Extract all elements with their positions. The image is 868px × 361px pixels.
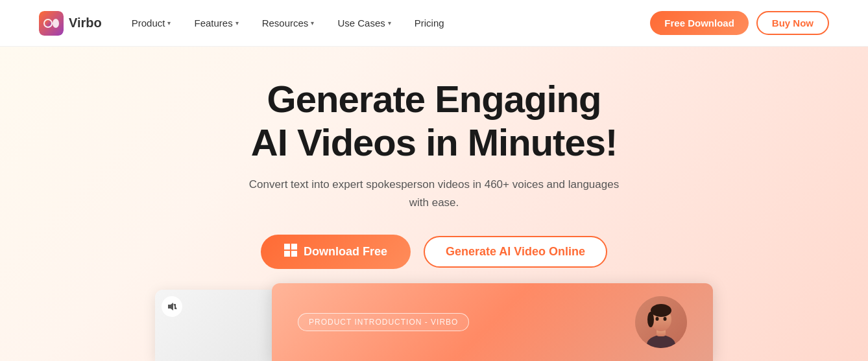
buy-now-button[interactable]: Buy Now (756, 11, 829, 35)
navbar: Virbo Product ▾ Features ▾ Resources ▾ U… (0, 0, 868, 47)
hero-preview: PRODUCT INTRODUCTION - VIRBO (0, 277, 868, 361)
avatar-area (635, 296, 687, 348)
chevron-down-icon: ▾ (167, 19, 171, 27)
hero-title: Generate Engaging AI Videos in Minutes! (251, 78, 617, 164)
svg-point-3 (53, 19, 59, 28)
nav-actions: Free Download Buy Now (650, 11, 829, 35)
preview-main-card: PRODUCT INTRODUCTION - VIRBO (272, 283, 713, 361)
generate-online-button[interactable]: Generate AI Video Online (424, 236, 607, 268)
logo-icon (39, 11, 64, 36)
free-download-button[interactable]: Free Download (650, 11, 749, 35)
nav-item-features[interactable]: Features ▾ (185, 12, 247, 34)
svg-point-25 (656, 317, 659, 321)
nav-item-resources[interactable]: Resources ▾ (253, 12, 324, 34)
svg-rect-5 (291, 244, 297, 250)
hero-section: Generate Engaging AI Videos in Minutes! … (0, 47, 868, 361)
nav-links: Product ▾ Features ▾ Resources ▾ Use Cas… (123, 12, 651, 34)
svg-point-26 (664, 317, 667, 321)
svg-point-24 (647, 312, 654, 327)
logo-link[interactable]: Virbo (39, 11, 102, 36)
download-free-button[interactable]: Download Free (261, 235, 411, 269)
svg-rect-6 (284, 251, 290, 257)
svg-rect-4 (284, 244, 290, 250)
hero-subtitle: Convert text into expert spokesperson vi… (239, 176, 629, 211)
chevron-down-icon: ▾ (235, 19, 239, 27)
nav-item-pricing[interactable]: Pricing (405, 12, 453, 34)
svg-marker-16 (168, 303, 173, 310)
product-intro-badge: PRODUCT INTRODUCTION - VIRBO (298, 313, 469, 331)
avatar (635, 296, 687, 348)
logo-text: Virbo (69, 16, 102, 30)
svg-rect-7 (291, 251, 297, 257)
nav-item-use-cases[interactable]: Use Cases ▾ (328, 12, 400, 34)
preview-left-card (155, 290, 278, 361)
svg-point-23 (651, 304, 671, 317)
hero-buttons: Download Free Generate AI Video Online (261, 235, 607, 269)
mute-icon (162, 296, 182, 317)
nav-item-product[interactable]: Product ▾ (123, 12, 180, 34)
chevron-down-icon: ▾ (388, 19, 391, 27)
windows-icon (284, 244, 297, 260)
chevron-down-icon: ▾ (311, 19, 314, 27)
svg-point-2 (45, 20, 51, 27)
